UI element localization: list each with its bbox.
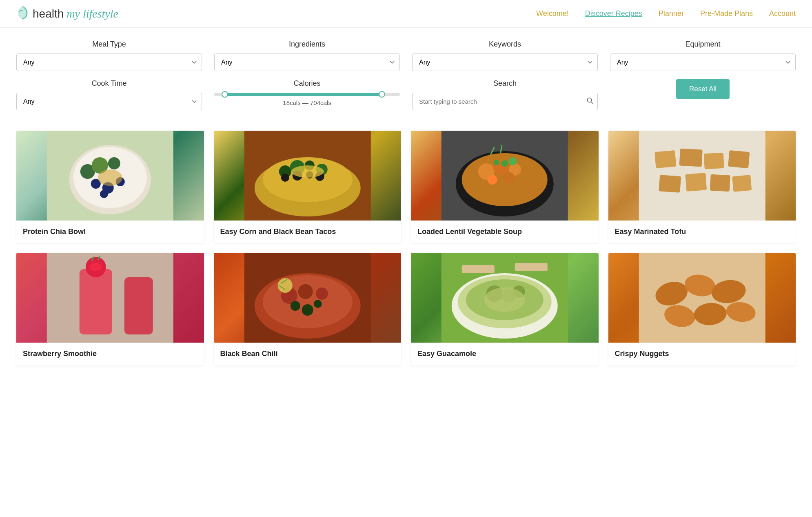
svg-point-53 <box>262 275 352 328</box>
search-input[interactable] <box>412 93 598 110</box>
planner-link[interactable]: Planner <box>659 9 684 18</box>
svg-point-36 <box>494 160 499 165</box>
svg-rect-42 <box>659 175 681 193</box>
svg-rect-70 <box>515 263 548 271</box>
recipe-card-chia-bowl[interactable]: Protein Chia Bowl <box>16 131 204 243</box>
svg-point-56 <box>315 287 328 300</box>
svg-rect-40 <box>703 153 724 169</box>
cook-time-select[interactable]: Any Under 15 min Under 30 min Under 45 m… <box>16 93 202 110</box>
svg-rect-43 <box>685 173 707 191</box>
svg-point-25 <box>291 165 324 178</box>
recipe-image-chili <box>214 253 402 343</box>
calories-slider-fill <box>224 93 382 96</box>
recipes-grid: Protein Chia Bowl <box>16 131 796 365</box>
ingredients-label: Ingredients <box>214 40 400 49</box>
search-icon <box>586 97 594 104</box>
reset-all-button[interactable]: Reset All <box>676 79 730 99</box>
svg-point-1 <box>587 98 592 102</box>
recipe-title-smoothie: Strawberry Smoothie <box>23 349 197 359</box>
cook-time-label: Cook Time <box>16 79 202 88</box>
svg-rect-47 <box>80 269 112 334</box>
recipe-card-smoothie[interactable]: Strawberry Smoothie <box>16 253 204 365</box>
svg-rect-38 <box>654 150 676 168</box>
search-label: Search <box>412 79 598 88</box>
search-icon-button[interactable] <box>586 97 594 106</box>
keywords-label: Keywords <box>412 40 598 49</box>
calories-label: Calories <box>214 79 400 88</box>
site-header: health my lifestyle Welcome! Discover Re… <box>0 0 812 28</box>
recipe-image-nuggets <box>608 253 796 343</box>
recipe-image-smoothie <box>16 253 204 343</box>
recipe-title-guacamole: Easy Guacamole <box>417 349 592 359</box>
calories-slider-thumb-right[interactable] <box>379 91 385 98</box>
recipe-card-tofu[interactable]: Easy Marinated Tofu <box>608 131 796 243</box>
recipe-title-tacos: Easy Corn and Black Bean Tacos <box>220 227 395 236</box>
recipe-card-chili[interactable]: Black Bean Chili <box>214 253 402 365</box>
recipe-card-lentil-soup[interactable]: Loaded Lentil Vegetable Soup <box>411 131 599 243</box>
svg-rect-44 <box>710 174 730 192</box>
welcome-link[interactable]: Welcome! <box>536 9 569 18</box>
recipe-image-tofu <box>608 131 796 221</box>
discover-recipes-link[interactable]: Discover Recipes <box>585 9 642 18</box>
meal-type-select[interactable]: Any Breakfast Lunch Dinner Snack Dessert <box>16 53 202 71</box>
svg-point-21 <box>281 174 289 182</box>
premade-plans-link[interactable]: Pre-Made Plans <box>700 9 753 18</box>
recipe-image-tacos <box>214 131 402 221</box>
recipe-title-chili: Black Bean Chili <box>220 349 395 359</box>
svg-line-2 <box>591 102 593 104</box>
svg-rect-41 <box>728 150 750 168</box>
recipe-card-body-lentil-soup: Loaded Lentil Vegetable Soup <box>411 221 599 243</box>
svg-rect-48 <box>124 277 153 334</box>
recipe-image-chia-bowl <box>16 131 204 221</box>
filters-section: Meal Type Any Breakfast Lunch Dinner Sna… <box>0 28 812 118</box>
reset-group: Reset All <box>610 79 796 100</box>
calories-range-text: 18cals — 704cals <box>214 99 400 106</box>
svg-point-32 <box>488 175 497 185</box>
logo[interactable]: health my lifestyle <box>16 5 118 22</box>
cook-time-filter: Cook Time Any Under 15 min Under 30 min … <box>16 79 202 110</box>
svg-rect-39 <box>679 149 702 167</box>
main-nav: Welcome! Discover Recipes Planner Pre-Ma… <box>536 9 796 18</box>
svg-point-55 <box>298 284 313 299</box>
equipment-filter: Equipment Any Oven Stovetop Blender Inst… <box>610 40 796 71</box>
svg-point-59 <box>313 300 322 308</box>
keywords-select[interactable]: Any Vegan Vegetarian Gluten-Free Dairy-F… <box>412 53 598 71</box>
svg-point-12 <box>100 190 108 198</box>
leaf-icon <box>16 5 29 22</box>
svg-point-68 <box>484 287 525 312</box>
svg-rect-69 <box>462 265 495 273</box>
svg-point-13 <box>98 169 122 186</box>
recipe-card-tacos[interactable]: Easy Corn and Black Bean Tacos <box>214 131 402 243</box>
search-input-wrapper <box>412 93 598 110</box>
meal-type-filter: Meal Type Any Breakfast Lunch Dinner Sna… <box>16 40 202 71</box>
calories-slider-thumb-left[interactable] <box>222 91 228 98</box>
svg-point-57 <box>290 301 300 311</box>
recipe-card-body-chili: Black Bean Chili <box>214 343 402 365</box>
recipe-image-guacamole <box>411 253 599 343</box>
account-link[interactable]: Account <box>769 9 796 18</box>
search-filter: Search <box>412 79 598 110</box>
recipe-card-body-chia-bowl: Protein Chia Bowl <box>16 221 204 243</box>
svg-point-33 <box>503 172 515 183</box>
recipe-card-nuggets[interactable]: Crispy Nuggets <box>608 253 796 365</box>
logo-text: health my lifestyle <box>33 7 118 20</box>
calories-filter: Calories 18cals — 704cals <box>214 79 400 106</box>
equipment-select[interactable]: Any Oven Stovetop Blender Instant Pot No… <box>610 53 796 71</box>
keywords-filter: Keywords Any Vegan Vegetarian Gluten-Fre… <box>412 40 598 71</box>
recipe-title-lentil-soup: Loaded Lentil Vegetable Soup <box>417 227 592 236</box>
recipe-card-body-tofu: Easy Marinated Tofu <box>608 221 796 243</box>
ingredients-select[interactable]: Any Chicken Beef Tofu Legumes Vegetables <box>214 53 400 71</box>
recipe-title-tofu: Easy Marinated Tofu <box>615 227 790 236</box>
svg-point-58 <box>302 304 313 316</box>
recipe-card-body-tacos: Easy Corn and Black Bean Tacos <box>214 221 402 243</box>
recipe-card-guacamole[interactable]: Easy Guacamole <box>411 253 599 365</box>
ingredients-filter: Ingredients Any Chicken Beef Tofu Legume… <box>214 40 400 71</box>
recipe-card-body-guacamole: Easy Guacamole <box>411 343 599 365</box>
recipe-card-body-nuggets: Crispy Nuggets <box>608 343 796 365</box>
calories-slider-track[interactable] <box>214 93 400 96</box>
recipe-card-body-smoothie: Strawberry Smoothie <box>16 343 204 365</box>
recipe-title-chia-bowl: Protein Chia Bowl <box>23 227 197 236</box>
svg-point-8 <box>108 157 120 169</box>
svg-rect-45 <box>732 175 752 192</box>
svg-point-34 <box>501 160 508 167</box>
